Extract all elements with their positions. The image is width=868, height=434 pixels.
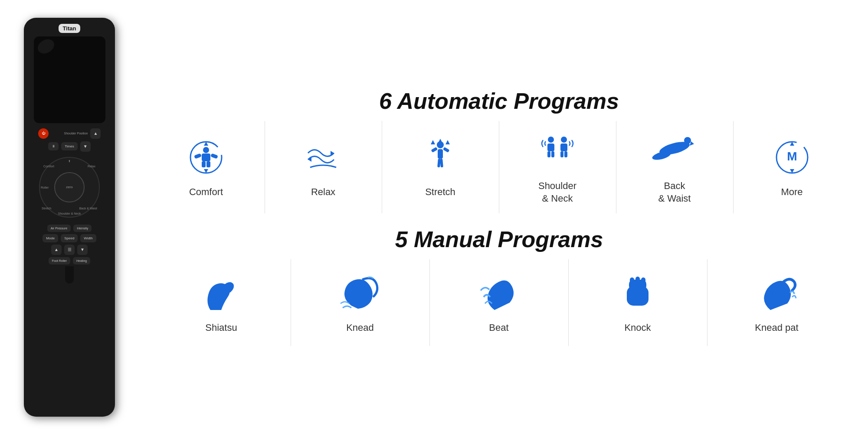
svg-rect-39 — [630, 277, 634, 284]
dial-area[interactable]: ⬆ Comfort Relax Roller Stretch Back & Wa… — [39, 157, 100, 218]
dial-label-shoulder-neck: Shoulder & Neck — [58, 212, 81, 215]
program-shoulder-neck: Shoulder & Neck — [499, 121, 616, 213]
times-button[interactable]: Times — [61, 142, 77, 150]
svg-rect-8 — [210, 153, 218, 159]
automatic-programs-grid: Comfort Relax — [147, 121, 851, 213]
mode-button[interactable]: Mode — [43, 234, 58, 242]
program-stretch: Stretch — [382, 121, 499, 213]
dial-label-relax: Relax — [88, 165, 95, 168]
remote-screen — [34, 36, 105, 123]
comfort-icon — [184, 136, 228, 179]
manual-title: 5 Manual Programs — [147, 226, 851, 252]
svg-rect-14 — [443, 147, 450, 153]
speed-button[interactable]: Speed — [61, 234, 78, 242]
shiatsu-icon — [197, 272, 245, 315]
svg-marker-17 — [438, 139, 442, 143]
back-waist-label: Back & Waist — [658, 180, 691, 205]
program-back-waist: Back & Waist — [616, 121, 734, 213]
svg-marker-18 — [431, 140, 435, 144]
program-more: M More — [734, 121, 851, 213]
svg-text:M: M — [787, 150, 797, 163]
remote-section: Titan ⏻ Shoulder Position ▲ ⏸ Times ▼ ⬆ … — [0, 0, 139, 434]
up-arrow-button[interactable]: ▲ — [90, 128, 101, 139]
knead-icon — [336, 272, 384, 315]
svg-rect-40 — [635, 277, 640, 283]
shoulder-neck-label: Shoulder & Neck — [538, 180, 576, 205]
svg-rect-7 — [194, 153, 202, 159]
stretch-icon — [419, 136, 462, 179]
knock-icon — [614, 272, 662, 315]
knead-pat-label: Knead pat — [755, 322, 798, 333]
nav-up-button[interactable]: ▲ — [51, 245, 62, 255]
comfort-label: Comfort — [189, 186, 223, 199]
zero-label: zero — [66, 185, 73, 189]
svg-point-3 — [203, 147, 209, 153]
svg-rect-23 — [551, 151, 554, 157]
svg-rect-6 — [206, 161, 210, 167]
relax-icon — [301, 136, 345, 179]
manual-knead: Knead — [291, 259, 430, 346]
svg-rect-4 — [202, 153, 210, 161]
content-section: 6 Automatic Programs — [139, 0, 868, 434]
manual-knock: Knock — [569, 259, 708, 346]
svg-rect-41 — [641, 277, 645, 284]
relax-label: Relax — [311, 186, 335, 199]
manual-knead-pat: Knead pat — [708, 259, 846, 346]
svg-rect-5 — [202, 161, 206, 167]
beat-icon — [475, 272, 523, 315]
svg-rect-21 — [547, 144, 554, 151]
manual-programs-grid: Shiatsu Knead — [147, 259, 851, 346]
svg-rect-22 — [547, 151, 550, 157]
dial-label-comfort: Comfort — [43, 165, 54, 168]
svg-rect-27 — [564, 151, 567, 157]
stretch-label: Stretch — [425, 186, 455, 199]
knead-pat-icon — [753, 272, 801, 315]
svg-rect-16 — [440, 159, 443, 167]
nav-down-button[interactable]: ▼ — [77, 245, 88, 255]
shoulder-neck-icon — [536, 130, 579, 173]
down-arrow-button[interactable]: ▼ — [80, 141, 91, 152]
bottom-buttons: Air Pressure Intensity Mode Speed Width … — [29, 225, 110, 264]
remote-control: Titan ⏻ Shoulder Position ▲ ⏸ Times ▼ ⬆ … — [24, 18, 115, 417]
automatic-title: 6 Automatic Programs — [147, 88, 851, 114]
dial-label-stretch: Stretch — [42, 207, 51, 210]
manual-shiatsu: Shiatsu — [152, 259, 291, 346]
dial-inner[interactable]: zero — [54, 172, 85, 202]
dial-label-roller: Roller — [41, 186, 49, 189]
more-icon: M — [770, 136, 814, 179]
air-pressure-button[interactable]: Air Pressure — [47, 225, 71, 232]
svg-point-24 — [561, 137, 567, 143]
manual-beat: Beat — [430, 259, 569, 346]
back-waist-icon — [653, 130, 696, 173]
cable — [65, 266, 74, 284]
shoulder-pos-label: Shoulder Position — [64, 132, 88, 135]
svg-rect-25 — [560, 144, 567, 151]
svg-marker-19 — [445, 140, 450, 144]
dial-label-top: ⬆ — [68, 160, 71, 163]
brand-logo: Titan — [59, 24, 81, 33]
knead-label: Knead — [346, 322, 374, 333]
beat-label: Beat — [489, 322, 508, 333]
power-button[interactable]: ⏻ — [38, 128, 49, 139]
intensity-button[interactable]: Intensity — [73, 225, 92, 232]
pause-button[interactable]: ⏸ — [48, 142, 59, 150]
knock-label: Knock — [624, 322, 651, 333]
svg-rect-12 — [438, 149, 443, 159]
foot-roller-button[interactable]: Foot Roller — [49, 257, 70, 264]
program-relax: Relax — [265, 121, 382, 213]
program-comfort: Comfort — [148, 121, 265, 213]
width-button[interactable]: Width — [80, 234, 96, 242]
svg-rect-13 — [431, 147, 438, 153]
dial-label-back: Back & Waist — [79, 207, 97, 210]
heating-button[interactable]: Heating — [73, 257, 90, 264]
more-label: More — [781, 186, 802, 199]
nav-mid-button[interactable]: ☰ — [64, 245, 75, 255]
svg-point-20 — [548, 137, 554, 143]
shiatsu-label: Shiatsu — [205, 322, 237, 333]
remote-controls: ⏻ Shoulder Position ▲ ⏸ Times ▼ ⬆ Comfor… — [29, 128, 110, 264]
svg-rect-26 — [560, 151, 563, 157]
